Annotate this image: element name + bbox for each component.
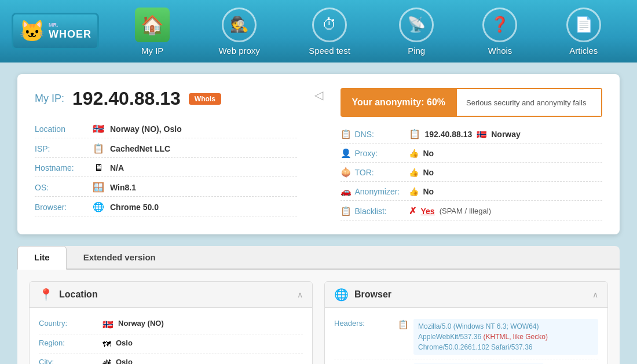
- location-row: Location Norway (NO), Oslo: [35, 123, 297, 138]
- headers-icon: 📋: [398, 319, 409, 330]
- nav-web-proxy[interactable]: 🕵️ Web proxy: [218, 8, 259, 56]
- browser-icon: [93, 201, 104, 212]
- proxy-value: 👍 No: [409, 149, 434, 158]
- anonymizer-row: 🚗 Anonymizer: 👍 No: [341, 186, 603, 201]
- location-panel-icon: 📍: [39, 288, 53, 302]
- proxy-label: 👤 Proxy:: [341, 148, 404, 159]
- question-icon: ❓: [482, 8, 517, 42]
- isp-label: ISP:: [35, 144, 87, 153]
- tab-extended[interactable]: Extended version: [67, 246, 173, 269]
- dns-country-name: Norway: [491, 130, 521, 139]
- country-flag-icon: 🇳🇴: [102, 319, 114, 330]
- nav-speed-test-label: Speed test: [309, 46, 350, 56]
- tor-value: 👍 No: [409, 168, 434, 177]
- location-collapse-icon[interactable]: ∧: [297, 290, 303, 299]
- ping-icon: 📡: [399, 8, 434, 42]
- ip-value: 192.40.88.13: [72, 88, 181, 109]
- tab-content: 📍 Location ∧ Country: 🇳🇴 Norway (NO): [17, 270, 620, 364]
- browser-panel-icon: 🌐: [334, 288, 349, 302]
- headers-row: Headers: 📋 Mozilla/5.0 (Windows NT 6.3; …: [334, 315, 598, 359]
- tabs-section: Lite Extended version 📍 Location ∧ Count…: [17, 246, 620, 364]
- dns-value: 📋 192.40.88.13 🇳🇴 Norway: [409, 128, 521, 139]
- blacklist-row: 📋 Blacklist: ✗ Yes (SPAM / Illegal): [341, 205, 603, 220]
- tab-lite[interactable]: Lite: [17, 246, 67, 270]
- dns-label: 📋 DNS:: [341, 129, 404, 139]
- browser-panel-header: 🌐 Browser ∧: [325, 282, 607, 308]
- x-icon: ✗: [409, 205, 416, 216]
- region-value: Oslo: [116, 339, 133, 347]
- proxy-row: 👤 Proxy: 👍 No: [341, 148, 603, 163]
- location-panel-title-text: Location: [59, 289, 98, 300]
- logo-whoer: WHOER: [49, 28, 91, 41]
- region-label: Region:: [39, 339, 97, 347]
- location-panel-title: 📍 Location: [39, 288, 98, 302]
- os-row: OS: Win8.1: [35, 182, 297, 197]
- arrow-divider-icon: ◁: [309, 88, 329, 220]
- spam-label: (SPAM / Illegal): [440, 207, 491, 215]
- browser-panel-body: Headers: 📋 Mozilla/5.0 (Windows NT 6.3; …: [325, 308, 607, 364]
- hostname-icon: 🖥: [93, 163, 104, 173]
- site-header: 🐱 mr. WHOER 🏠 My IP 🕵️ Web proxy ⏱ Speed…: [0, 0, 637, 62]
- hostname-row: Hostname: 🖥 N/A: [35, 163, 297, 177]
- country-value: Norway (NO): [118, 319, 164, 328]
- tor-row: 🧅 TOR: 👍 No: [341, 167, 603, 182]
- tor-label: 🧅 TOR:: [341, 167, 404, 178]
- anonymity-bar: Your anonymity: 60% Serious security and…: [341, 88, 603, 117]
- nav-my-ip[interactable]: 🏠 My IP: [135, 8, 170, 56]
- javascript-row: JavaScript: 📋 Mozilla/5.0 (Windows NT 6.…: [334, 359, 598, 364]
- main-container: My IP: 192.40.88.13 Whois Location Norwa…: [12, 74, 625, 364]
- nav-articles[interactable]: 📄 Articles: [566, 8, 601, 56]
- proxy-thumb-icon: 👍: [409, 149, 419, 158]
- tab-bar: Lite Extended version: [17, 246, 620, 270]
- hostname-label: Hostname:: [35, 163, 87, 172]
- browser-panel-title: 🌐 Browser: [334, 288, 391, 302]
- norway-flag-icon: [93, 123, 104, 134]
- browser-collapse-icon[interactable]: ∧: [592, 290, 598, 299]
- ip-right-panel: Your anonymity: 60% Serious security and…: [341, 88, 603, 220]
- anonymity-status: Serious security and anonymity fails: [457, 88, 602, 117]
- logo[interactable]: 🐱 mr. WHOER: [12, 13, 99, 50]
- browser-value: Chrome 50.0: [110, 203, 159, 212]
- hostname-value: N/A: [110, 163, 124, 172]
- dns-flag-icon: 📋: [409, 128, 420, 139]
- whois-badge-button[interactable]: Whois: [189, 93, 221, 105]
- nav-whois[interactable]: ❓ Whois: [482, 8, 517, 56]
- tor-thumb-icon: 👍: [409, 168, 419, 177]
- nav-speed-test[interactable]: ⏱ Speed test: [309, 8, 350, 56]
- location-value: Norway (NO), Oslo: [110, 124, 182, 134]
- logo-animal: 🐱: [19, 19, 45, 43]
- nav-ping-label: Ping: [408, 46, 425, 56]
- isp-icon: 📋: [93, 143, 104, 154]
- region-row: Region: 🗺 Oslo: [39, 334, 303, 354]
- nav-articles-label: Articles: [569, 46, 598, 56]
- dns-row: 📋 DNS: 📋 192.40.88.13 🇳🇴 Norway: [341, 128, 603, 144]
- nav-whois-label: Whois: [488, 46, 512, 56]
- browser-row: Browser: Chrome 50.0: [35, 201, 297, 216]
- blacklist-label: 📋 Blacklist:: [341, 206, 404, 216]
- anonymizer-thumb-icon: 👍: [409, 187, 419, 196]
- location-panel-header: 📍 Location ∧: [30, 282, 312, 308]
- region-icon: 🗺: [102, 339, 111, 349]
- city-row: City: 🏙 Oslo: [39, 354, 303, 364]
- ip-card: My IP: 192.40.88.13 Whois Location Norwa…: [17, 74, 620, 234]
- anonymizer-icon: 🚗: [341, 186, 352, 197]
- browser-panel: 🌐 Browser ∧ Headers: 📋 Mozilla/5.0 (Wind…: [324, 281, 608, 364]
- spy-icon: 🕵️: [222, 8, 257, 42]
- blacklist-icon: 📋: [341, 206, 352, 216]
- city-label: City:: [39, 358, 97, 364]
- os-icon: [93, 182, 104, 193]
- nav-ping[interactable]: 📡 Ping: [399, 8, 434, 56]
- articles-icon: 📄: [566, 8, 601, 42]
- ip-details: Location Norway (NO), Oslo ISP: 📋 Cached…: [35, 123, 297, 216]
- house-icon: 🏠: [135, 8, 170, 42]
- ip-header: My IP: 192.40.88.13 Whois: [35, 88, 297, 109]
- logo-mr: mr.: [49, 22, 91, 28]
- dns-country-flag: 🇳🇴: [477, 130, 486, 139]
- blacklist-yes[interactable]: Yes: [421, 207, 435, 216]
- speedometer-icon: ⏱: [312, 8, 347, 42]
- isp-value: CachedNet LLC: [110, 144, 170, 153]
- nav-my-ip-label: My IP: [141, 46, 163, 56]
- anonymizer-value: 👍 No: [409, 187, 434, 196]
- city-value: Oslo: [116, 358, 133, 364]
- headers-label: Headers:: [334, 319, 392, 328]
